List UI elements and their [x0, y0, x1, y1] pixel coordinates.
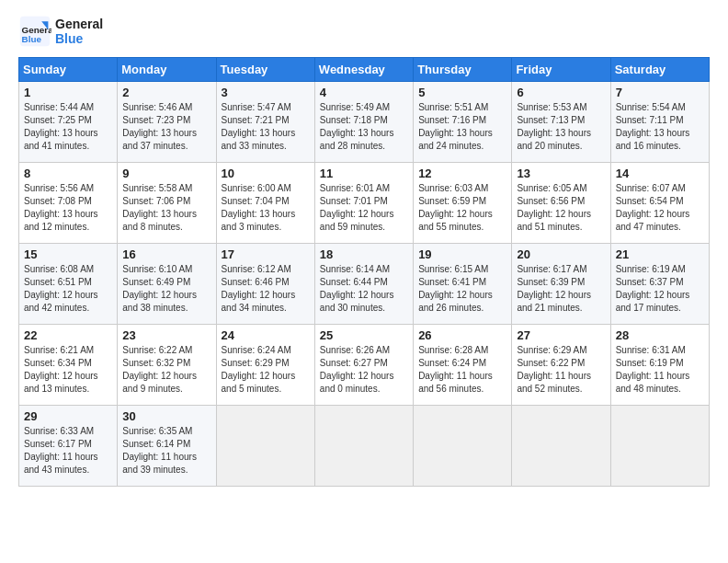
calendar-cell: 4Sunrise: 5:49 AM Sunset: 7:18 PM Daylig… [314, 82, 413, 163]
calendar-cell: 22Sunrise: 6:21 AM Sunset: 6:34 PM Dayli… [19, 325, 118, 406]
column-header-tuesday: Tuesday [216, 58, 314, 82]
column-header-saturday: Saturday [610, 58, 709, 82]
day-number: 20 [517, 247, 605, 261]
day-info: Sunrise: 5:54 AM Sunset: 7:11 PM Dayligh… [616, 101, 704, 153]
calendar-cell: 9Sunrise: 5:58 AM Sunset: 7:06 PM Daylig… [118, 163, 216, 244]
calendar-cell: 3Sunrise: 5:47 AM Sunset: 7:21 PM Daylig… [216, 82, 314, 163]
calendar-cell [216, 406, 314, 487]
day-number: 11 [320, 167, 408, 180]
day-info: Sunrise: 6:15 AM Sunset: 6:41 PM Dayligh… [418, 263, 506, 315]
calendar-cell: 7Sunrise: 5:54 AM Sunset: 7:11 PM Daylig… [610, 82, 709, 163]
day-number: 21 [616, 247, 704, 261]
calendar-cell [512, 406, 610, 487]
calendar-cell [610, 406, 709, 487]
day-number: 10 [222, 167, 310, 180]
day-info: Sunrise: 6:31 AM Sunset: 6:19 PM Dayligh… [616, 344, 704, 396]
day-number: 12 [418, 167, 506, 180]
calendar-cell: 19Sunrise: 6:15 AM Sunset: 6:41 PM Dayli… [414, 244, 512, 325]
day-info: Sunrise: 6:12 AM Sunset: 6:46 PM Dayligh… [222, 263, 310, 315]
day-number: 6 [517, 86, 605, 99]
day-info: Sunrise: 5:46 AM Sunset: 7:23 PM Dayligh… [122, 101, 210, 153]
day-info: Sunrise: 5:47 AM Sunset: 7:21 PM Dayligh… [222, 101, 310, 153]
column-header-friday: Friday [512, 58, 610, 82]
day-info: Sunrise: 6:17 AM Sunset: 6:39 PM Dayligh… [517, 263, 605, 315]
calendar-cell: 28Sunrise: 6:31 AM Sunset: 6:19 PM Dayli… [610, 325, 709, 406]
day-info: Sunrise: 6:29 AM Sunset: 6:22 PM Dayligh… [517, 344, 605, 396]
day-info: Sunrise: 6:03 AM Sunset: 6:59 PM Dayligh… [418, 182, 506, 234]
calendar-table: SundayMondayTuesdayWednesdayThursdayFrid… [18, 57, 710, 487]
page: General Blue General Blue SundayMondayTu… [0, 0, 728, 496]
day-number: 2 [122, 86, 210, 99]
day-number: 5 [418, 86, 506, 99]
day-info: Sunrise: 6:22 AM Sunset: 6:32 PM Dayligh… [122, 344, 210, 396]
column-header-thursday: Thursday [414, 58, 512, 82]
column-header-sunday: Sunday [19, 58, 118, 82]
calendar-cell: 14Sunrise: 6:07 AM Sunset: 6:54 PM Dayli… [610, 163, 709, 244]
svg-text:Blue: Blue [22, 34, 42, 44]
calendar-cell: 2Sunrise: 5:46 AM Sunset: 7:23 PM Daylig… [118, 82, 216, 163]
calendar-cell: 23Sunrise: 6:22 AM Sunset: 6:32 PM Dayli… [118, 325, 216, 406]
calendar-cell: 13Sunrise: 6:05 AM Sunset: 6:56 PM Dayli… [512, 163, 610, 244]
calendar-cell: 1Sunrise: 5:44 AM Sunset: 7:25 PM Daylig… [19, 82, 118, 163]
day-info: Sunrise: 6:19 AM Sunset: 6:37 PM Dayligh… [616, 263, 704, 315]
calendar-cell: 24Sunrise: 6:24 AM Sunset: 6:29 PM Dayli… [216, 325, 314, 406]
calendar-week-row: 29Sunrise: 6:33 AM Sunset: 6:17 PM Dayli… [19, 406, 710, 487]
calendar-cell: 26Sunrise: 6:28 AM Sunset: 6:24 PM Dayli… [414, 325, 512, 406]
calendar-cell: 17Sunrise: 6:12 AM Sunset: 6:46 PM Dayli… [216, 244, 314, 325]
calendar-cell [414, 406, 512, 487]
day-number: 8 [24, 167, 112, 180]
day-info: Sunrise: 6:08 AM Sunset: 6:51 PM Dayligh… [24, 263, 112, 315]
day-number: 9 [122, 167, 210, 180]
day-number: 28 [616, 328, 704, 342]
day-info: Sunrise: 6:14 AM Sunset: 6:44 PM Dayligh… [320, 263, 408, 315]
calendar-cell: 8Sunrise: 5:56 AM Sunset: 7:08 PM Daylig… [19, 163, 118, 244]
calendar-cell: 20Sunrise: 6:17 AM Sunset: 6:39 PM Dayli… [512, 244, 610, 325]
calendar-cell: 11Sunrise: 6:01 AM Sunset: 7:01 PM Dayli… [314, 163, 413, 244]
day-number: 4 [320, 86, 408, 99]
day-number: 24 [222, 328, 310, 342]
calendar-week-row: 8Sunrise: 5:56 AM Sunset: 7:08 PM Daylig… [19, 163, 710, 244]
calendar-week-row: 15Sunrise: 6:08 AM Sunset: 6:51 PM Dayli… [19, 244, 710, 325]
calendar-cell: 27Sunrise: 6:29 AM Sunset: 6:22 PM Dayli… [512, 325, 610, 406]
logo: General Blue General Blue [18, 15, 103, 48]
day-info: Sunrise: 5:51 AM Sunset: 7:16 PM Dayligh… [418, 101, 506, 153]
calendar-week-row: 22Sunrise: 6:21 AM Sunset: 6:34 PM Dayli… [19, 325, 710, 406]
calendar-cell: 30Sunrise: 6:35 AM Sunset: 6:14 PM Dayli… [118, 406, 216, 487]
day-info: Sunrise: 6:21 AM Sunset: 6:34 PM Dayligh… [24, 344, 112, 396]
calendar-cell: 18Sunrise: 6:14 AM Sunset: 6:44 PM Dayli… [314, 244, 413, 325]
calendar-cell: 12Sunrise: 6:03 AM Sunset: 6:59 PM Dayli… [414, 163, 512, 244]
calendar-cell: 29Sunrise: 6:33 AM Sunset: 6:17 PM Dayli… [19, 406, 118, 487]
calendar-header-row: SundayMondayTuesdayWednesdayThursdayFrid… [19, 58, 710, 82]
calendar-cell: 25Sunrise: 6:26 AM Sunset: 6:27 PM Dayli… [314, 325, 413, 406]
header: General Blue General Blue [18, 15, 710, 48]
day-number: 7 [616, 86, 704, 99]
day-number: 3 [222, 86, 310, 99]
day-info: Sunrise: 6:01 AM Sunset: 7:01 PM Dayligh… [320, 182, 408, 234]
day-info: Sunrise: 5:58 AM Sunset: 7:06 PM Dayligh… [122, 182, 210, 234]
day-info: Sunrise: 6:05 AM Sunset: 6:56 PM Dayligh… [517, 182, 605, 234]
day-number: 16 [122, 247, 210, 261]
calendar-cell: 21Sunrise: 6:19 AM Sunset: 6:37 PM Dayli… [610, 244, 709, 325]
day-info: Sunrise: 6:07 AM Sunset: 6:54 PM Dayligh… [616, 182, 704, 234]
column-header-monday: Monday [118, 58, 216, 82]
day-info: Sunrise: 6:24 AM Sunset: 6:29 PM Dayligh… [222, 344, 310, 396]
day-info: Sunrise: 6:00 AM Sunset: 7:04 PM Dayligh… [222, 182, 310, 234]
day-number: 18 [320, 247, 408, 261]
calendar-week-row: 1Sunrise: 5:44 AM Sunset: 7:25 PM Daylig… [19, 82, 710, 163]
column-header-wednesday: Wednesday [314, 58, 413, 82]
day-number: 15 [24, 247, 112, 261]
calendar-cell: 16Sunrise: 6:10 AM Sunset: 6:49 PM Dayli… [118, 244, 216, 325]
day-info: Sunrise: 5:44 AM Sunset: 7:25 PM Dayligh… [24, 101, 112, 153]
day-number: 29 [24, 409, 112, 423]
logo-text-line2: Blue [55, 31, 103, 46]
day-info: Sunrise: 5:53 AM Sunset: 7:13 PM Dayligh… [517, 101, 605, 153]
day-info: Sunrise: 5:56 AM Sunset: 7:08 PM Dayligh… [24, 182, 112, 234]
day-number: 26 [418, 328, 506, 342]
day-number: 13 [517, 167, 605, 180]
day-info: Sunrise: 6:35 AM Sunset: 6:14 PM Dayligh… [122, 425, 210, 477]
calendar-cell: 10Sunrise: 6:00 AM Sunset: 7:04 PM Dayli… [216, 163, 314, 244]
calendar-cell [314, 406, 413, 487]
day-number: 23 [122, 328, 210, 342]
calendar-cell: 5Sunrise: 5:51 AM Sunset: 7:16 PM Daylig… [414, 82, 512, 163]
day-number: 22 [24, 328, 112, 342]
